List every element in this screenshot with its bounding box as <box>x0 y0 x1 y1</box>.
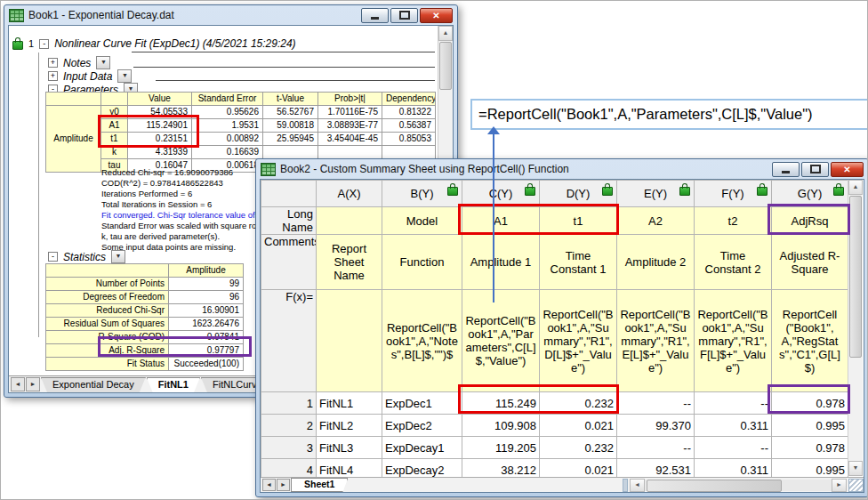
column-header-g[interactable]: G(Y) <box>772 181 848 207</box>
long-name-cell[interactable]: t2 <box>695 207 772 235</box>
column-header-c[interactable]: C(Y) <box>462 181 540 207</box>
corner-cell[interactable] <box>261 181 317 207</box>
data-cell[interactable]: 0.995 <box>772 415 848 437</box>
resize-grip[interactable] <box>848 479 864 492</box>
scroll-up-button[interactable]: ▲ <box>848 180 863 195</box>
sheet-tab-sheet1[interactable]: Sheet1 <box>291 478 348 492</box>
expand-toggle[interactable]: + <box>48 71 58 81</box>
data-cell[interactable]: 99.370 <box>617 415 695 437</box>
scrollbar-track[interactable] <box>645 480 832 491</box>
minimize-button[interactable] <box>361 8 389 23</box>
data-cell[interactable]: ExpDec2 <box>382 415 462 437</box>
table-header-row: Value Standard Error t-Value Prob>|t| De… <box>46 93 436 106</box>
long-name-cell[interactable]: t1 <box>540 207 617 235</box>
scroll-right-button[interactable]: ► <box>832 479 847 492</box>
long-name-cell[interactable]: Model <box>382 207 462 235</box>
tab-scroll-left-button[interactable]: ◄ <box>11 377 25 391</box>
tab-scroll-right-button[interactable]: ► <box>26 377 40 391</box>
data-cell[interactable]: FitNL3 <box>317 437 382 459</box>
data-cell[interactable]: FitNL1 <box>317 392 382 415</box>
column-header-b[interactable]: B(Y) <box>382 181 462 207</box>
tab-scroll-right-button[interactable]: ► <box>277 479 290 491</box>
param-name: k <box>101 146 128 159</box>
data-cell[interactable]: 0.232 <box>540 392 617 415</box>
close-button[interactable]: ✕ <box>420 8 453 23</box>
column-header-a[interactable]: A(X) <box>317 181 382 207</box>
data-cell[interactable]: 109.908 <box>462 415 540 437</box>
data-cell[interactable]: 115.249 <box>462 392 540 415</box>
data-cell[interactable]: FitNL2 <box>317 415 382 437</box>
sheet-tab-fitnl1[interactable]: FitNL1 <box>147 377 200 392</box>
book2-titlebar[interactable]: Book2 - Custom Summary Sheet using Repor… <box>256 159 868 179</box>
book2-vertical-scrollbar[interactable]: ▲ ▼ <box>848 180 863 476</box>
collapse-toggle[interactable]: - <box>39 39 49 49</box>
minimize-button[interactable] <box>772 162 800 177</box>
fx-cell[interactable]: ReportCell("Book1",A,"Summary","R1",F[L]… <box>695 290 772 392</box>
data-cell[interactable]: -- <box>695 437 772 459</box>
comments-cell[interactable]: Amplitude 1 <box>462 235 540 290</box>
data-cell[interactable]: 0.021 <box>540 415 617 437</box>
data-cell[interactable]: 119.205 <box>462 437 540 459</box>
long-name-cell[interactable]: A2 <box>617 207 695 235</box>
fx-cell[interactable]: ReportCell("Book1",A,"RegStats","C1",G[L… <box>772 290 848 392</box>
column-header-d[interactable]: D(Y) <box>540 181 617 207</box>
comments-cell[interactable]: Function <box>382 235 462 290</box>
pane-splitter-handle[interactable] <box>623 479 628 492</box>
book2-horizontal-scrollbar[interactable]: ◄ ► <box>621 479 864 491</box>
data-cell[interactable]: 0.978 <box>772 437 848 459</box>
row-number[interactable]: 1 <box>261 392 317 415</box>
row-number[interactable]: 2 <box>261 415 317 437</box>
data-cell[interactable]: -- <box>695 392 772 415</box>
table-row: Adj. R-Square0.97797 <box>46 344 244 358</box>
column-header-e[interactable]: E(Y) <box>617 181 695 207</box>
sheet-tab-exponential-decay[interactable]: Exponential Decay <box>41 377 146 392</box>
scrollbar-thumb[interactable] <box>849 196 862 358</box>
data-cell[interactable]: 0.311 <box>695 415 772 437</box>
column-header-f[interactable]: F(Y) <box>695 181 772 207</box>
input-data-dropdown-button[interactable]: ▼ <box>117 69 132 83</box>
comments-cell[interactable]: Time Constant 1 <box>540 235 617 290</box>
data-cell[interactable]: 0.232 <box>540 437 617 459</box>
book1-titlebar[interactable]: Book1 - Exponential Decay.dat ✕ <box>4 5 457 25</box>
param-stderr: 0.95626 <box>192 106 263 119</box>
comments-cell[interactable]: Adjusted R-Square <box>772 235 848 290</box>
comments-cell[interactable]: Time Constant 2 <box>695 235 772 290</box>
data-cell[interactable]: -- <box>617 392 695 415</box>
tab-scroll-left-button[interactable]: ◄ <box>262 479 276 491</box>
statistics-dropdown-button[interactable]: ▼ <box>111 250 125 263</box>
fx-cell[interactable] <box>317 290 382 392</box>
fx-cell[interactable]: ReportCell("Book1",A,"Summary","R1",E[L]… <box>617 290 695 392</box>
book2-window-title: Book2 - Custom Summary Sheet using Repor… <box>280 163 768 175</box>
long-name-cell[interactable]: AdjRsq <box>772 207 848 235</box>
long-name-cell[interactable]: A1 <box>462 207 540 235</box>
expand-toggle[interactable]: + <box>48 58 58 68</box>
scroll-down-button[interactable]: ▼ <box>848 461 863 476</box>
row-number[interactable]: 3 <box>261 437 317 459</box>
data-cell[interactable]: -- <box>617 437 695 459</box>
data-cell[interactable]: ExpDecay1 <box>382 437 462 459</box>
table-row: k 4.31939 0.16639 <box>46 146 436 159</box>
book2-window: Book2 - Custom Summary Sheet using Repor… <box>255 158 868 497</box>
row-label-comments[interactable]: Comments <box>261 235 317 290</box>
scrollbar-thumb[interactable] <box>439 42 452 90</box>
long-name-cell[interactable] <box>317 207 382 235</box>
data-cell[interactable]: 0.978 <box>772 392 848 415</box>
row-label-fx[interactable]: F(x)= <box>261 290 317 392</box>
row-label-long-name[interactable]: Long Name <box>261 207 317 235</box>
comments-cell[interactable]: Report Sheet Name <box>317 235 382 290</box>
maximize-button[interactable] <box>801 162 829 177</box>
data-cell[interactable]: ExpDec1 <box>382 392 462 415</box>
fx-cell[interactable]: ReportCell("Book1",A,"Summary","R1",D[L]… <box>540 290 617 392</box>
comments-cell[interactable]: Amplitude 2 <box>617 235 695 290</box>
section-input-data: + Input Data ▼ <box>48 69 132 83</box>
fx-cell[interactable]: ReportCell("Book1",A,"Parameters",C[L]$,… <box>462 290 540 392</box>
fx-row: F(x)= ReportCell("Book1",A,"Notes",B[L]$… <box>261 290 848 392</box>
notes-dropdown-button[interactable]: ▼ <box>96 56 110 69</box>
scroll-up-button[interactable]: ▲ <box>438 26 453 41</box>
close-button[interactable]: ✕ <box>831 162 864 177</box>
collapse-toggle[interactable]: - <box>48 252 58 262</box>
fx-cell[interactable]: ReportCell("Book1",A,"Notes",B[L]$,"")$ <box>382 290 462 392</box>
maximize-button[interactable] <box>390 8 418 23</box>
scroll-left-button[interactable]: ◄ <box>630 479 645 492</box>
scrollbar-thumb[interactable] <box>647 480 782 492</box>
